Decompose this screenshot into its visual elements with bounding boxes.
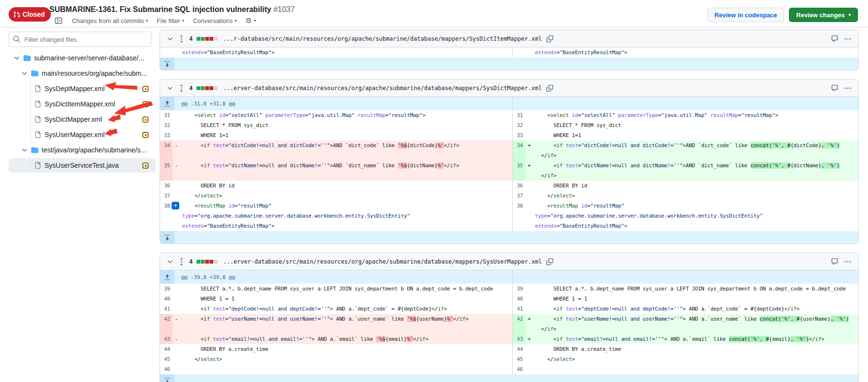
file-icon (35, 116, 41, 123)
code-line: </select> (533, 191, 859, 201)
diff-settings-menu[interactable]: ⚙▾ (245, 16, 256, 25)
line-number: 32 (160, 120, 173, 130)
diff-row: 40 WHERE 1 = 140 WHERE 1 = 1 (160, 294, 858, 304)
copy-path-icon[interactable] (545, 35, 554, 43)
chevron-down-icon[interactable] (13, 55, 20, 61)
kebab-menu-icon[interactable]: ⋯ (843, 256, 853, 267)
tree-file-7[interactable]: SysUserServiceTest.java (0, 158, 160, 173)
comment-icon[interactable] (830, 257, 839, 266)
diff-marker (525, 354, 533, 364)
file-icon (35, 162, 41, 169)
line-number: 41 (160, 304, 173, 314)
tree-item-label: SysDictItemMapper.xml (45, 100, 115, 108)
chevron-down-icon[interactable] (21, 70, 28, 77)
line-number: 45 (513, 354, 525, 364)
diff-marker (173, 304, 180, 314)
code-line (180, 324, 512, 334)
code-line: extends="BaseEntityResultMap"> (533, 221, 859, 231)
line-number: 37 (160, 191, 173, 201)
line-number: 42 (160, 314, 173, 324)
line-number: 34 (160, 140, 173, 150)
code-line: <if test="userName!=null and userName!='… (533, 314, 859, 324)
code-line: <if test="dictName!=null and dictName!='… (533, 161, 859, 171)
code-line: WHERE 1=1 (533, 130, 859, 140)
toggle-file-tree-icon[interactable] (54, 16, 63, 25)
folder-icon (31, 147, 38, 154)
code-line: <resultMap id="resultMap" (533, 201, 859, 211)
add-line-comment-button[interactable]: + (172, 202, 179, 209)
tree-folder-6[interactable]: test/java/org/apache/submarine/s... (0, 142, 160, 158)
line-number (513, 221, 525, 231)
tree-indent-guide (30, 112, 31, 127)
expand-up-button[interactable] (160, 270, 174, 284)
drag-grabber-icon[interactable] (178, 83, 185, 93)
diffstat-squares (197, 260, 218, 264)
hunk-header: @@ -39,8 +39,8 @@ (160, 270, 858, 284)
diff-marker (173, 324, 180, 334)
code-line: <if test="dictCode!=null and dictCode!='… (180, 140, 512, 150)
diff-marker (173, 294, 180, 304)
expand-context-bar (160, 231, 858, 243)
line-number: 42 (513, 314, 525, 324)
file-filter-menu[interactable]: File filter▾ (157, 17, 185, 24)
filter-changed-files-input[interactable] (9, 32, 151, 47)
comment-icon[interactable] (830, 34, 839, 43)
tree-file-3[interactable]: SysDictItemMapper.xml (0, 96, 160, 112)
line-number: 35 (160, 161, 173, 171)
diff-row: extends="BaseEntityResultMap">extends="B… (160, 221, 858, 231)
drag-grabber-icon[interactable] (178, 34, 185, 44)
expand-context-bar (160, 374, 858, 382)
diff-row: 42- <if test="userName!=null and userNam… (160, 314, 858, 324)
chevron-down-icon: ▾ (848, 12, 851, 17)
code-line: WHERE 1 = 1 (533, 294, 859, 304)
line-number (513, 150, 525, 161)
file-tree-sidebar: submarine-server/server-database/...main… (0, 27, 160, 382)
diff-panel-1: 4...erver-database/src/main/resources/or… (160, 79, 859, 244)
code-line: SELECT * FROM sys_dict (180, 120, 512, 130)
pr-status-label: Closed (23, 11, 45, 18)
changes-from-menu[interactable]: Changes from all commits▾ (72, 17, 148, 24)
copy-path-icon[interactable] (545, 84, 554, 93)
diff-file-path[interactable]: ...erver-database/src/main/resources/org… (223, 258, 542, 265)
comment-icon[interactable] (830, 83, 839, 93)
tree-file-2[interactable]: SysDeptMapper.xml (0, 81, 160, 96)
expand-up-button[interactable] (160, 97, 174, 110)
line-number (513, 47, 525, 58)
expand-down-button[interactable] (160, 58, 174, 70)
collapse-diff-chevron-icon[interactable] (166, 84, 174, 93)
kebab-menu-icon[interactable]: ⋯ (843, 34, 853, 44)
drag-grabber-icon[interactable] (178, 257, 185, 266)
kebab-menu-icon[interactable]: ⋯ (843, 83, 853, 93)
pr-status-badge: Closed (9, 7, 51, 22)
tree-file-5[interactable]: SysUserMapper.xml (0, 127, 160, 142)
tree-folder-1[interactable]: main/resources/org/apache/subm... (0, 66, 160, 81)
copy-path-icon[interactable] (545, 257, 554, 266)
line-number (513, 171, 525, 181)
diff-marker (525, 284, 533, 294)
diff-marker (525, 171, 533, 181)
review-in-codespace-button[interactable]: Review in codespace (707, 8, 785, 22)
tree-folder-0[interactable]: submarine-server/server-database/... (0, 50, 160, 66)
review-changes-button[interactable]: Review changes▾ (789, 8, 858, 22)
collapse-diff-chevron-icon[interactable] (166, 35, 174, 43)
diff-row: 39 SELECT a.*, b.dept_name FROM sys_user… (160, 284, 858, 294)
diff-file-path[interactable]: ...erver-database/src/main/resources/org… (223, 85, 542, 92)
diff-marker: + (173, 201, 180, 211)
line-number: 36 (160, 181, 173, 191)
code-line: </if> (533, 324, 859, 334)
diff-marker (525, 324, 533, 334)
diff-row: </if> (160, 150, 858, 161)
tree-file-4[interactable]: SysDictMapper.xml (0, 112, 160, 127)
line-number: 36 (513, 181, 525, 191)
code-line: extends="BaseEntityResultMap"> (180, 47, 512, 58)
expand-down-button[interactable] (160, 374, 174, 382)
chevron-down-icon[interactable] (21, 147, 28, 153)
diff-file-path[interactable]: ...r-database/src/main/resources/org/apa… (223, 35, 542, 42)
diff-marker (173, 364, 180, 374)
conversations-menu[interactable]: Conversations▾ (193, 17, 237, 24)
tree-item-label: SysUserServiceTest.java (45, 162, 119, 169)
changed-lines-count: 4 (189, 258, 193, 265)
chevron-down-icon: ▾ (146, 18, 148, 23)
expand-down-button[interactable] (160, 231, 174, 243)
collapse-diff-chevron-icon[interactable] (166, 257, 174, 266)
